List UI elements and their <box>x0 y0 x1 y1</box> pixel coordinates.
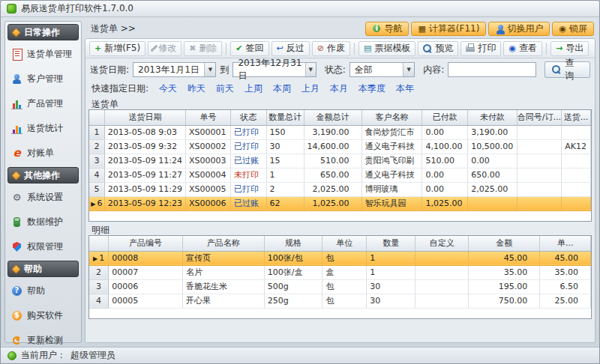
sidebar-item-help[interactable]: 帮助 <box>8 280 79 302</box>
gear-icon <box>11 192 22 203</box>
reverse-post-button[interactable]: ↩ 反过 <box>272 41 310 56</box>
calculator-button[interactable]: ▦ 计算器(F11) <box>411 22 486 36</box>
column-header[interactable]: 送货... <box>562 110 591 125</box>
cell: 510.00 <box>422 154 468 168</box>
section-title: 帮助 <box>24 263 42 276</box>
cell: 2013-05-09 12:23 <box>104 196 185 210</box>
column-header[interactable]: 送货日期 <box>104 110 185 125</box>
date-from-select[interactable]: 2013年1月1日 ▼ <box>133 62 216 77</box>
column-header[interactable]: 金额总计 <box>304 110 362 125</box>
column-header[interactable]: 数量 <box>367 236 416 251</box>
cell: 650.00 <box>468 168 517 182</box>
column-header[interactable]: 已付款 <box>422 110 468 125</box>
quick-link-this-month[interactable]: 本月 <box>330 82 348 95</box>
column-header[interactable]: 客户名称 <box>362 110 422 125</box>
new-button[interactable]: + 新增(F5) <box>89 41 146 56</box>
cell: 45.00 <box>540 251 591 265</box>
switch-user-button[interactable]: 切换用户 <box>488 22 550 36</box>
column-header[interactable]: 状态 <box>231 110 266 125</box>
column-header[interactable]: 单位 <box>322 236 367 251</box>
content-input[interactable] <box>448 62 536 77</box>
void-button[interactable]: ⊘ 作废 <box>312 41 350 56</box>
cell: 已打印 <box>231 182 266 196</box>
chevron-down-icon[interactable]: ▼ <box>204 63 215 76</box>
status-select[interactable]: 全部 ▼ <box>350 62 415 77</box>
purchase-icon <box>11 310 22 321</box>
column-header[interactable]: 产品编号 <box>109 236 183 251</box>
sidebar-item-statements[interactable]: 对账单 <box>8 142 79 164</box>
table-row[interactable]: 200007名片100张/盒盒135.0035.00 <box>89 265 591 279</box>
cell: 1 <box>367 251 416 265</box>
table-row[interactable]: ▶62013-05-09 12:23XS00006已过账621,025.00智乐… <box>89 196 591 210</box>
navigation-button[interactable]: 导航 <box>365 22 409 36</box>
cell: 包 <box>322 251 367 265</box>
quick-link-this-week[interactable]: 本周 <box>273 82 291 95</box>
column-header[interactable]: 金额 <box>469 236 540 251</box>
sidebar-item-delivery-stats[interactable]: 送货统计 <box>8 118 79 139</box>
cell: 195.00 <box>469 279 540 294</box>
sidebar-item-customers[interactable]: 客户管理 <box>8 68 79 90</box>
table-row[interactable]: ▶100008宣传页100张/包包145.0045.00 <box>89 251 591 265</box>
button-label: 计算器(F11) <box>429 22 480 35</box>
button-label: 查看 <box>519 42 537 55</box>
cell: 45.00 <box>469 251 540 265</box>
delete-button[interactable]: ✖ 删除 <box>184 41 222 56</box>
table-row[interactable]: 300006香脆花生米500g包30195.006.50 <box>89 279 591 294</box>
toolbar-separator <box>226 43 226 55</box>
column-header[interactable]: 未付款 <box>468 110 517 125</box>
quick-link-last-month[interactable]: 上月 <box>302 82 320 95</box>
quick-link-yesterday[interactable]: 昨天 <box>188 82 206 95</box>
query-button[interactable]: 查询 <box>544 61 590 78</box>
column-header[interactable]: 单... <box>540 236 591 251</box>
row-number: ▶1 <box>89 251 109 265</box>
table-row[interactable]: 400005开心果250g包30750.0025.00 <box>89 294 591 308</box>
cell: 15 <box>266 154 304 168</box>
main-header: 送货单 >> 导航 ▦ 计算器(F11) 切换用户 ◉ 锁屏 <box>85 20 596 37</box>
print-button[interactable]: 打印 <box>460 41 501 56</box>
column-header[interactable]: 产品名称 <box>182 236 264 251</box>
table-row[interactable]: 22013-05-09 9:32XS00002已打印3014,600.00通义电… <box>89 139 591 154</box>
chevron-down-icon[interactable]: ▼ <box>305 63 316 76</box>
template-button[interactable]: ▤ 票据模板 <box>358 41 416 56</box>
quick-link-this-year[interactable]: 本年 <box>396 82 414 95</box>
sidebar-item-products[interactable]: 产品管理 <box>8 93 79 115</box>
date-range-label: 送货日期: <box>90 64 129 76</box>
orders-table: 送货日期单号状态数量总计金额总计客户名称已付款未付款合同号/订...送货...1… <box>89 110 591 211</box>
table-row[interactable]: 12013-05-08 9:03XS00001已打印1503,190.00食尚炒… <box>89 125 591 139</box>
chevron-down-icon[interactable]: ▼ <box>403 63 414 76</box>
cell <box>562 182 591 196</box>
view-button[interactable]: ◉ 查看 <box>503 41 542 56</box>
table-row[interactable]: 52013-05-09 11:29XS00005已打印22,025.00博明玻璃… <box>89 182 591 196</box>
quick-link-this-quarter[interactable]: 本季度 <box>358 82 386 95</box>
sidebar-item-data-maintenance[interactable]: 数据维护 <box>8 211 79 233</box>
row-number: 4 <box>89 168 104 182</box>
cell <box>517 182 562 196</box>
column-header[interactable]: 合同号/订... <box>517 110 562 125</box>
sidebar-item-permissions[interactable]: 权限管理 <box>8 236 79 258</box>
preview-button[interactable]: 预览 <box>418 41 458 56</box>
quick-link-today[interactable]: 今天 <box>159 82 177 95</box>
cell: 30 <box>266 139 304 154</box>
row-number: ▶6 <box>89 196 104 210</box>
table-row[interactable]: 32013-05-09 11:24XS00003已过账15510.00贵阳鸿飞印… <box>89 154 591 168</box>
lock-screen-button[interactable]: ◉ 锁屏 <box>552 22 594 36</box>
export-button[interactable]: → 导出 <box>550 41 589 56</box>
sidebar-item-buy-software[interactable]: 购买软件 <box>8 305 79 327</box>
sign-back-button[interactable]: ✔ 签回 <box>230 41 268 56</box>
quick-link-day-before[interactable]: 前天 <box>216 82 234 95</box>
user-status-icon <box>8 351 16 360</box>
column-header[interactable]: 单号 <box>185 110 230 125</box>
edit-button[interactable]: 修改 <box>148 41 182 56</box>
sidebar-item-system-settings[interactable]: 系统设置 <box>8 186 79 208</box>
date-to-select[interactable]: 2013年12月31日 ▼ <box>232 62 316 77</box>
sidebar-item-delivery-orders[interactable]: 送货单管理 <box>8 43 79 65</box>
quick-link-last-week[interactable]: 上周 <box>244 82 262 95</box>
cell: 35.00 <box>540 265 591 279</box>
column-header[interactable]: 规格 <box>264 236 322 251</box>
cell: 0.00 <box>468 154 517 168</box>
cell <box>517 154 562 168</box>
column-header[interactable]: 自定义 <box>416 236 469 251</box>
table-row[interactable]: 42013-05-09 11:27XS00004未打印1650.00通义电子科技… <box>89 168 591 182</box>
sidebar-item-label: 更新检测 <box>27 334 63 347</box>
column-header[interactable]: 数量总计 <box>266 110 304 125</box>
